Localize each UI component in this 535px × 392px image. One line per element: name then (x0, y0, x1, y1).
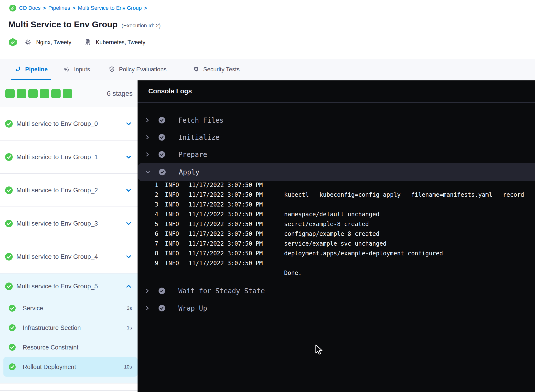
step-success-icon (159, 169, 166, 175)
stage-success-square (5, 89, 15, 98)
log-timestamp: 11/17/2022 3:07:50 PM (189, 239, 263, 249)
environments-label: Kubernetes, Tweety (96, 39, 145, 46)
tab-policy-evaluations-label: Policy Evaluations (119, 66, 167, 73)
log-timestamp: 11/17/2022 3:07:50 PM (189, 219, 263, 229)
page-title-row: Multi Service to Env Group (Execution Id… (8, 20, 160, 29)
console-step-wait-for-steady-state[interactable]: Wait for Steady State (138, 282, 535, 299)
stages-sidebar: 6 stages Multi service to Env Group_0 Mu… (0, 80, 138, 392)
chevron-down-icon (145, 169, 151, 175)
console-step-apply[interactable]: Apply (138, 163, 535, 181)
step-label: Resource Constraint (23, 344, 132, 351)
chevron-right-icon (144, 288, 150, 294)
stage-list: Multi service to Env Group_0 Multi servi… (0, 107, 138, 273)
stage-row[interactable]: Multi service to Env Group_1 (0, 141, 138, 174)
sidebar-gap (0, 383, 138, 390)
console-logs-header: Console Logs (138, 80, 535, 103)
stage-row[interactable]: Multi service to Env Group_3 (0, 207, 138, 240)
log-line-number: 7 (138, 239, 158, 249)
console-step-initialize[interactable]: Initialize (138, 129, 535, 146)
expanded-stage-header[interactable]: Multi service to Env Group_5 (0, 273, 138, 298)
console-step-prepare[interactable]: Prepare (138, 146, 535, 163)
breadcrumb-link[interactable]: Pipelines (48, 5, 70, 11)
stage-label: Multi service to Env Group_3 (16, 220, 125, 227)
stage-success-square (17, 89, 26, 98)
success-check-icon (9, 305, 16, 312)
step-label: Rollout Deployment (23, 363, 124, 370)
page-title: Multi Service to Env Group (8, 20, 118, 29)
chevron-down-icon[interactable] (125, 120, 132, 127)
stage-row[interactable]: Multi service to Env Group_0 (0, 107, 138, 141)
chevron-right-icon (144, 117, 150, 123)
step-label: Wait for Steady State (178, 287, 265, 295)
chevron-right-icon (144, 305, 150, 311)
chevron-down-icon[interactable] (125, 154, 132, 160)
console-step-fetch-files[interactable]: Fetch Files (138, 112, 535, 129)
stage-label: Multi service to Env Group_1 (16, 153, 125, 161)
breadcrumb-separator: > (73, 5, 75, 11)
log-line-number: 6 (138, 229, 158, 239)
success-check-icon (5, 283, 13, 290)
success-check-icon (9, 344, 16, 351)
stage-step-row[interactable]: Infrastructure Section 1s (0, 318, 138, 338)
log-line-number: 5 (138, 219, 158, 229)
success-check-icon (5, 253, 13, 261)
services-gear-icon (24, 39, 31, 46)
expanded-stage-label: Multi service to Env Group_5 (16, 283, 125, 290)
step-duration: 3s (127, 305, 132, 311)
stages-summary-bar: 6 stages (0, 80, 138, 107)
tab-inputs[interactable]: Inputs (64, 59, 90, 80)
tab-security-tests[interactable]: Security Tests (193, 59, 240, 80)
log-level: INFO (165, 200, 179, 209)
chevron-up-icon[interactable] (125, 283, 132, 290)
breadcrumb-link[interactable]: Multi Service to Env Group (78, 5, 142, 11)
step-label: Service (23, 305, 127, 312)
log-line: 1 INFO 11/17/2022 3:07:50 PM (138, 180, 535, 190)
expanded-stage-group: Multi service to Env Group_5 Service 3s … (0, 273, 138, 383)
stage-status-squares (5, 89, 72, 98)
log-level: INFO (165, 229, 179, 239)
sidebar-divider (0, 390, 138, 391)
log-line-number: 1 (138, 180, 158, 190)
chevron-down-icon[interactable] (125, 220, 132, 227)
log-timestamp: 11/17/2022 3:07:50 PM (189, 190, 263, 200)
success-check-icon (9, 324, 16, 331)
inputs-icon (64, 66, 70, 73)
log-timestamp: 11/17/2022 3:07:50 PM (189, 200, 263, 209)
log-line-number: 4 (138, 209, 158, 219)
console-step-wrap-up[interactable]: Wrap Up (138, 300, 535, 317)
chevron-down-icon[interactable] (125, 253, 132, 260)
console-log-lines: 1 INFO 11/17/2022 3:07:50 PM 2 INFO 11/1… (138, 180, 535, 278)
log-message: kubectl --kubeconfig=config apply --file… (284, 190, 524, 200)
tab-inputs-label: Inputs (74, 66, 90, 73)
log-line: 9 INFO 11/17/2022 3:07:50 PM (138, 258, 535, 268)
stage-step-row[interactable]: Rollout Deployment 10s (3, 357, 138, 377)
chevron-right-icon (144, 134, 150, 140)
step-label: Fetch Files (178, 116, 224, 124)
mouse-cursor (314, 344, 324, 356)
stage-step-row[interactable]: Service 3s (0, 298, 138, 318)
tab-policy-evaluations[interactable]: Policy Evaluations (108, 59, 167, 80)
chevron-down-icon[interactable] (125, 187, 132, 194)
stage-row[interactable]: Multi service to Env Group_2 (0, 174, 138, 207)
success-check-icon (5, 220, 13, 227)
execution-id-label: (Execution Id: 2) (121, 22, 160, 29)
log-line: 7 INFO 11/17/2022 3:07:50 PM service/exa… (138, 239, 535, 249)
harness-hexagon-logo-icon (9, 38, 17, 46)
log-level: INFO (165, 258, 179, 268)
breadcrumb-link[interactable]: CD Docs (19, 5, 41, 11)
success-check-icon (5, 153, 13, 161)
log-level: INFO (165, 239, 179, 249)
log-line: 6 INFO 11/17/2022 3:07:50 PM configmap/e… (138, 229, 535, 239)
stage-success-square (51, 89, 61, 98)
step-label: Infrastructure Section (23, 324, 127, 331)
pipeline-icon (15, 66, 21, 73)
stage-row[interactable]: Multi service to Env Group_4 (0, 240, 138, 273)
log-message: configmap/example-8 created (284, 229, 379, 239)
step-success-icon (159, 117, 165, 124)
log-message: Done. (284, 268, 302, 278)
tab-pipeline[interactable]: Pipeline (15, 59, 48, 80)
log-line-number: 8 (138, 249, 158, 258)
step-success-icon (159, 288, 165, 294)
stage-step-row[interactable]: Resource Constraint (0, 338, 138, 357)
breadcrumb-links: CD Docs>Pipelines>Multi Service to Env G… (19, 5, 147, 11)
